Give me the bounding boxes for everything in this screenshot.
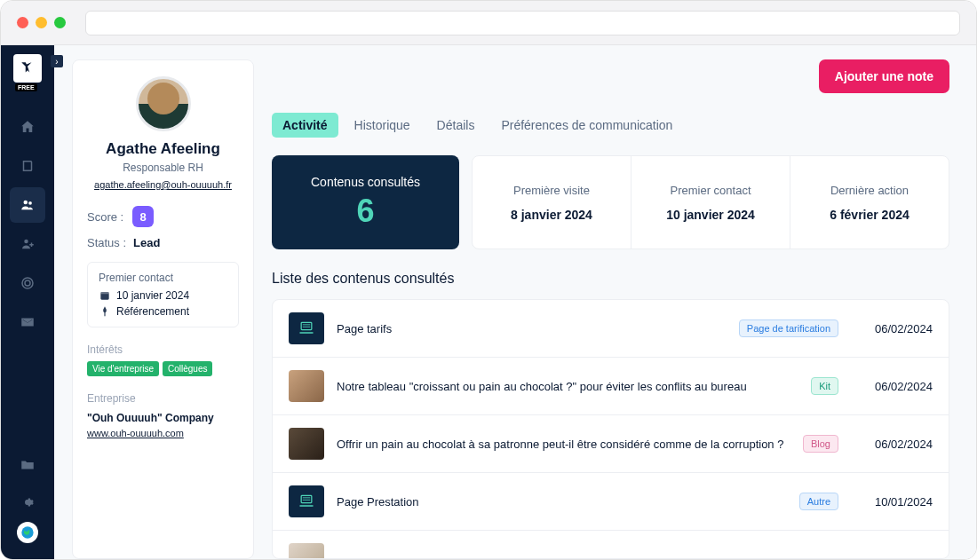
titlebar: [1, 1, 976, 45]
stat-first-contact-value: 10 janvier 2024: [666, 208, 755, 222]
svg-point-3: [22, 278, 33, 288]
user-plus-icon: [20, 236, 36, 252]
svg-point-4: [25, 280, 30, 286]
stat-consulted-label: Contenus consultés: [311, 175, 420, 189]
score-label: Score :: [87, 210, 123, 224]
profile-panel: Agathe Afeeling Responsable RH agathe.af…: [72, 59, 254, 559]
list-item-date: 06/02/2024: [851, 380, 933, 393]
interests-tags: Vie d'entreprise Collègues: [87, 361, 239, 376]
nav-mail[interactable]: [10, 304, 45, 340]
list-item-thumb: [289, 428, 324, 460]
stat-dates: Première visite 8 janvier 2024 Premier c…: [472, 155, 949, 249]
gear-icon: [20, 494, 36, 510]
stat-first-visit-label: Première visite: [513, 184, 590, 197]
stat-first-visit-value: 8 janvier 2024: [511, 208, 592, 222]
list-item-badge: Page de tarification: [739, 319, 838, 337]
nav-add-user[interactable]: [10, 226, 45, 262]
stat-first-visit: Première visite 8 janvier 2024: [473, 156, 631, 248]
stat-last-action-label: Dernière action: [830, 184, 909, 197]
content-list-title: Liste des contenus consultés: [272, 271, 949, 287]
tag-collegues[interactable]: Collègues: [163, 361, 212, 376]
list-item[interactable]: Offrir un pain au chocolat à sa patronne…: [273, 415, 949, 473]
company-title: Entreprise: [87, 392, 239, 405]
profile-email[interactable]: agathe.afeeling@ouh-ouuuuh.fr: [87, 179, 239, 190]
sidebar-collapse[interactable]: ›: [51, 55, 63, 67]
list-item-thumb: [289, 312, 324, 344]
svg-rect-8: [301, 322, 312, 329]
add-note-button[interactable]: Ajouter une note: [819, 59, 949, 93]
profile-name: Agathe Afeeling: [87, 140, 239, 158]
nav-settings[interactable]: [10, 485, 45, 520]
stat-consulted-value: 6: [311, 193, 420, 230]
list-item-thumb: [289, 543, 324, 559]
bird-icon: [20, 60, 36, 76]
svg-rect-7: [100, 292, 108, 294]
company-name: "Ouh Ouuuuh" Company: [87, 412, 239, 424]
home-icon: [20, 119, 36, 135]
list-item-title: Offrir un pain au chocolat à sa patronne…: [337, 438, 790, 451]
tab-activite[interactable]: Activité: [272, 113, 338, 138]
list-item-thumb: [289, 370, 324, 402]
nav-target[interactable]: [10, 265, 45, 301]
first-contact-source-row: Référencement: [99, 305, 227, 318]
tab-preferences[interactable]: Préférences de communication: [490, 113, 683, 138]
window-close-dot[interactable]: [17, 17, 28, 28]
list-item-badge: Blog: [803, 435, 838, 453]
tag-vie-entreprise[interactable]: Vie d'entreprise: [87, 361, 159, 376]
users-icon: [20, 197, 36, 213]
company-url[interactable]: www.ouh-ouuuuh.com: [87, 428, 239, 438]
status-value: Lead: [133, 236, 160, 249]
first-contact-card: Premier contact 10 janvier 2024 Référenc…: [87, 262, 239, 327]
tab-details[interactable]: Détails: [426, 113, 486, 138]
profile-role: Responsable RH: [87, 162, 239, 174]
logo-badge: FREE: [15, 83, 37, 91]
list-item-title: Page tarifs: [337, 322, 727, 335]
svg-point-2: [24, 240, 28, 244]
stat-first-contact: Premier contact 10 janvier 2024: [631, 156, 790, 248]
list-item-date: 06/02/2024: [851, 322, 933, 335]
stat-first-contact-label: Premier contact: [670, 184, 751, 197]
calendar-icon: [99, 289, 111, 302]
content-list: Page tarifsPage de tarification06/02/202…: [272, 299, 949, 559]
globe-icon: [20, 525, 35, 540]
list-item-date: 10/01/2024: [851, 495, 933, 509]
list-item-thumb: [289, 485, 324, 517]
window-min-dot[interactable]: [36, 17, 47, 28]
list-item-badge: Autre: [799, 493, 838, 510]
tab-historique[interactable]: Historique: [344, 113, 421, 138]
list-item-title: Page Prestation: [337, 495, 787, 509]
first-contact-date-row: 10 janvier 2024: [99, 289, 227, 302]
stat-last-action-value: 6 février 2024: [830, 208, 909, 222]
laptop-icon: [295, 319, 318, 337]
list-item[interactable]: Page PrestationAutre10/01/2024: [273, 473, 949, 531]
list-item[interactable]: Notre tableau "croissant ou pain au choc…: [273, 358, 949, 415]
list-item[interactable]: [273, 531, 949, 559]
nav-folder[interactable]: [10, 447, 45, 483]
score-value: 8: [132, 206, 154, 227]
laptop-icon: [295, 493, 318, 510]
first-contact-title: Premier contact: [99, 272, 227, 284]
nav-home[interactable]: [10, 109, 45, 145]
envelope-icon: [20, 314, 36, 330]
window-max-dot[interactable]: [54, 17, 66, 28]
nav-content[interactable]: [10, 148, 45, 184]
stat-consulted: Contenus consultés 6: [272, 155, 459, 249]
app-logo[interactable]: FREE: [13, 54, 42, 83]
stat-last-action: Dernière action 6 février 2024: [790, 156, 949, 248]
svg-point-1: [28, 201, 32, 205]
org-avatar[interactable]: [17, 522, 38, 543]
list-item-badge: Kit: [811, 377, 838, 395]
list-item-title: Notre tableau "croissant ou pain au choc…: [337, 380, 798, 393]
book-icon: [20, 158, 36, 174]
pin-icon: [99, 305, 111, 318]
svg-point-0: [24, 201, 28, 205]
list-item[interactable]: Page tarifsPage de tarification06/02/202…: [273, 300, 949, 358]
interests-title: Intérêts: [87, 343, 239, 356]
address-bar[interactable]: [85, 11, 960, 35]
profile-avatar[interactable]: [136, 76, 191, 131]
tabs: Activité Historique Détails Préférences …: [272, 113, 949, 138]
nav-contacts[interactable]: [10, 187, 45, 223]
folder-icon: [20, 457, 36, 473]
first-contact-date: 10 janvier 2024: [116, 289, 189, 302]
status-label: Status :: [87, 236, 126, 249]
